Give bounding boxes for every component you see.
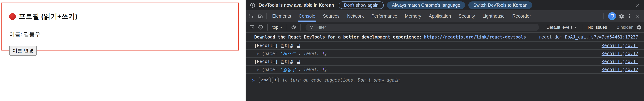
expand-arrow-icon[interactable]: ▶ [258, 52, 259, 55]
inspect-element-icon[interactable] [248, 12, 256, 20]
object-open-brace: {name: [262, 51, 280, 56]
object-separator: , level: [298, 67, 322, 72]
chevron-down-icon: ▾ [280, 25, 282, 29]
devtools-panel: DevTools is now available in Korean Don'… [246, 0, 644, 101]
console-toolbar: top ▾ Default levels ▾ No Issues 2 hi [246, 22, 644, 33]
object-number-value: 1 [322, 51, 324, 56]
console-prompt-row: > cmd i to turn on code suggestions. Don… [246, 76, 644, 84]
object-open-brace: {name: [262, 67, 280, 72]
console-filter-box [306, 24, 539, 31]
console-row-react-devtools: Download the React DevTools for a better… [246, 33, 644, 42]
profile-name-text: 이름: 김동우 [9, 31, 231, 38]
object-number-value: 1 [322, 67, 324, 72]
console-prompt-chevron[interactable]: > [252, 77, 255, 83]
tabbar-divider [266, 13, 266, 20]
react-devtools-link[interactable]: https://reactjs.org/link/react-devtools [424, 35, 526, 40]
console-sidebar-toggle-icon[interactable] [248, 24, 256, 31]
console-settings-gear-icon[interactable] [636, 25, 642, 30]
context-selector[interactable]: top ▾ [270, 25, 284, 30]
log-levels-label: Default levels [546, 25, 573, 30]
toolbar-divider [287, 24, 287, 31]
devtools-close-icon[interactable] [635, 14, 640, 19]
code-suggestions-hint: to turn on code suggestions. [282, 77, 356, 83]
i-key-badge: i [272, 77, 279, 83]
tab-memory[interactable]: Memory [401, 10, 425, 22]
source-link[interactable]: Recoil1.jsx:12 [602, 51, 638, 56]
notification-close-icon[interactable] [635, 3, 640, 8]
switch-devtools-korean-button[interactable]: Switch DevTools to Korean [468, 2, 532, 9]
kebab-menu-icon[interactable] [627, 14, 632, 19]
toolbar-divider [612, 24, 612, 31]
console-row-object: ▶ {name: '김동우', level: 1} Recoil1.jsx:12 [246, 66, 644, 74]
chevron-down-icon: ▾ [574, 25, 576, 29]
devtools-notification-bar: DevTools is now available in Korean Don'… [246, 0, 644, 10]
console-message-text: [Recoil1] 렌더링 됨 [254, 59, 596, 64]
filter-input[interactable] [316, 25, 535, 30]
cmd-key-badge: cmd [259, 77, 270, 83]
issues-counter[interactable]: No Issues [588, 25, 607, 30]
console-message-text: [Recoil1] 렌더링 됨 [254, 43, 596, 49]
object-separator: , level: [298, 51, 322, 56]
object-preview[interactable]: {name: '김동우', level: 1} [262, 67, 596, 72]
toolbar-divider [267, 24, 268, 31]
object-string-value: '김동우' [280, 67, 298, 72]
screenshot-root: 프로필 (읽기+쓰기) 이름: 김동우 이름 변경 DevTools is no… [0, 0, 644, 101]
always-match-language-button[interactable]: Always match Chrome's language [387, 2, 465, 9]
browser-page: 프로필 (읽기+쓰기) 이름: 김동우 이름 변경 [0, 0, 246, 101]
device-toolbar-icon[interactable] [256, 12, 264, 20]
tab-network[interactable]: Network [343, 10, 368, 22]
clear-console-icon[interactable] [257, 24, 264, 31]
devtools-tabbar: Elements Console Sources Network Perform… [246, 10, 644, 22]
ai-assistant-icon[interactable] [608, 12, 616, 20]
tab-console[interactable]: Console [295, 10, 319, 22]
dont-show-again-button[interactable]: Don't show again [339, 2, 384, 9]
settings-gear-icon[interactable] [619, 13, 624, 19]
source-link[interactable]: Recoil1.jsx:12 [602, 67, 638, 72]
profile-title: 프로필 (읽기+쓰기) [9, 12, 231, 21]
expand-arrow-icon[interactable]: ▶ [258, 68, 259, 71]
change-name-button[interactable]: 이름 변경 [9, 46, 37, 56]
console-row-object: ▶ {name: '게스트', level: 1} Recoil1.jsx:12 [246, 50, 644, 58]
console-row-log: [Recoil1] 렌더링 됨 Recoil1.jsx:11 [246, 58, 644, 66]
source-link[interactable]: Recoil1.jsx:11 [602, 59, 638, 64]
react-devtools-message: Download the React DevTools for a better… [254, 35, 422, 40]
console-messages: Download the React DevTools for a better… [246, 33, 644, 101]
object-string-value: '게스트' [280, 51, 298, 56]
console-message-text: Download the React DevTools for a better… [254, 35, 533, 40]
tab-security[interactable]: Security [455, 10, 479, 22]
tab-application[interactable]: Application [425, 10, 455, 22]
console-toolbar-right: Default levels ▾ No Issues 2 hidden [545, 24, 642, 31]
console-row-log: [Recoil1] 렌더링 됨 Recoil1.jsx:11 [246, 42, 644, 50]
source-link[interactable]: Recoil1.jsx:11 [602, 43, 638, 48]
toolbar-divider [300, 24, 301, 31]
tab-performance[interactable]: Performance [368, 10, 401, 22]
tabbar-right-cluster [602, 12, 642, 20]
profile-section: 프로필 (읽기+쓰기) 이름: 김동우 이름 변경 [2, 3, 239, 51]
info-icon [250, 3, 255, 8]
hidden-messages-count[interactable]: 2 hidden [617, 25, 634, 30]
source-link[interactable]: react-dom-DoAJ_auL.js?v=7cd54461:17237 [539, 35, 638, 40]
notification-message: DevTools is now available in Korean [258, 2, 334, 8]
filter-funnel-icon [309, 25, 314, 30]
tab-recorder[interactable]: Recorder [508, 10, 535, 22]
object-close-brace: } [324, 67, 327, 72]
tab-lighthouse[interactable]: Lighthouse [479, 10, 508, 22]
live-expression-eye-icon[interactable] [290, 24, 298, 31]
tab-elements[interactable]: Elements [268, 10, 295, 22]
context-label: top [272, 25, 278, 30]
tabbar-right-divider [604, 13, 604, 20]
suggestions-dont-show-link[interactable]: Don't show again [358, 77, 400, 83]
red-circle-emoji [9, 13, 16, 20]
log-levels-dropdown[interactable]: Default levels ▾ [545, 25, 578, 30]
tab-sources[interactable]: Sources [319, 10, 343, 22]
toolbar-divider [582, 24, 583, 31]
profile-title-text: 프로필 (읽기+쓰기) [19, 12, 77, 21]
object-preview[interactable]: {name: '게스트', level: 1} [262, 51, 596, 56]
object-close-brace: } [324, 51, 327, 56]
